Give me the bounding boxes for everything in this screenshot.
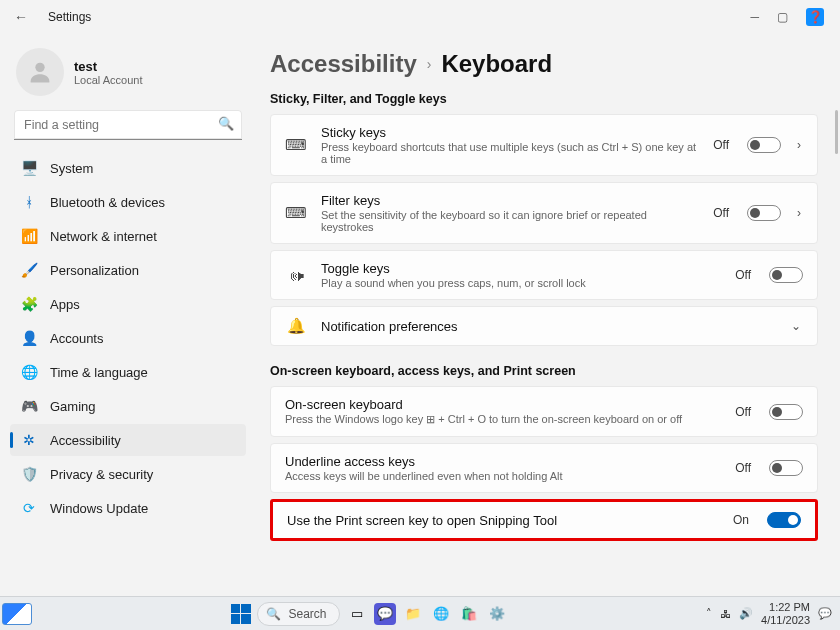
nav-list: 🖥️System ᚼBluetooth & devices 📶Network &…: [10, 152, 246, 524]
sticky-toggle[interactable]: [747, 137, 781, 153]
taskbar-search[interactable]: 🔍Search: [257, 602, 340, 626]
account-name: test: [74, 59, 143, 74]
breadcrumb: Accessibility › Keyboard: [270, 44, 818, 84]
svg-point-0: [35, 63, 44, 72]
chat-icon[interactable]: 💬: [374, 603, 396, 625]
account-block[interactable]: test Local Account: [10, 44, 246, 110]
volume-tray-icon[interactable]: 🔊: [739, 607, 753, 620]
togglekeys-toggle[interactable]: [769, 267, 803, 283]
taskbar-clock[interactable]: 1:22 PM 4/11/2023: [761, 601, 810, 625]
scrollbar-thumb[interactable]: [835, 110, 838, 154]
account-type: Local Account: [74, 74, 143, 86]
nav-accessibility[interactable]: ✲Accessibility: [10, 424, 246, 456]
breadcrumb-parent[interactable]: Accessibility: [270, 50, 417, 78]
tray-chevron-icon[interactable]: ˄: [706, 607, 712, 620]
filter-toggle[interactable]: [747, 205, 781, 221]
chevron-down-icon[interactable]: ⌄: [789, 319, 803, 333]
store-icon[interactable]: 🛍️: [458, 603, 480, 625]
nav-network[interactable]: 📶Network & internet: [10, 220, 246, 252]
section-heading-1: Sticky, Filter, and Toggle keys: [270, 92, 818, 106]
sticky-state: Off: [713, 138, 729, 152]
bell-icon: 🔔: [285, 317, 307, 335]
nav-time[interactable]: 🌐Time & language: [10, 356, 246, 388]
update-icon: ⟳: [20, 499, 38, 517]
row-notification-prefs[interactable]: 🔔 Notification preferences ⌄: [270, 306, 818, 346]
keyboard-icon: ⌨: [285, 204, 307, 222]
page-title: Keyboard: [441, 50, 552, 78]
globe-icon: 🌐: [20, 363, 38, 381]
nav-apps[interactable]: 🧩Apps: [10, 288, 246, 320]
nav-personalization[interactable]: 🖌️Personalization: [10, 254, 246, 286]
search-icon: 🔍: [266, 607, 281, 621]
prt-toggle[interactable]: [767, 512, 801, 528]
back-button[interactable]: ←: [8, 9, 34, 25]
prt-state: On: [733, 513, 749, 527]
nav-privacy[interactable]: 🛡️Privacy & security: [10, 458, 246, 490]
sound-icon: 🕪: [285, 267, 307, 284]
taskbar: 🔍Search ▭ 💬 📁 🌐 🛍️ ⚙️ ˄ 🖧 🔊 1:22 PM 4/11…: [0, 596, 840, 630]
search-box[interactable]: 🔍: [14, 110, 242, 140]
uak-toggle[interactable]: [769, 460, 803, 476]
accessibility-icon: ✲: [20, 431, 38, 449]
avatar: [16, 48, 64, 96]
row-underline-access-keys[interactable]: Underline access keys Access keys will b…: [270, 443, 818, 493]
chevron-right-icon: ›: [427, 56, 432, 72]
sidebar: test Local Account 🔍 🖥️System ᚼBluetooth…: [0, 34, 252, 596]
osk-toggle[interactable]: [769, 404, 803, 420]
chevron-right-icon[interactable]: ›: [795, 138, 803, 152]
network-tray-icon[interactable]: 🖧: [720, 608, 731, 620]
bluetooth-icon: ᚼ: [20, 193, 38, 211]
row-filter-keys[interactable]: ⌨ Filter keys Set the sensitivity of the…: [270, 182, 818, 244]
uak-state: Off: [735, 461, 751, 475]
row-sticky-keys[interactable]: ⌨ Sticky keys Press keyboard shortcuts t…: [270, 114, 818, 176]
edge-icon[interactable]: 🌐: [430, 603, 452, 625]
explorer-icon[interactable]: 📁: [402, 603, 424, 625]
search-input[interactable]: [14, 110, 242, 140]
start-button[interactable]: [231, 604, 251, 624]
row-osk[interactable]: On-screen keyboard Press the Windows log…: [270, 386, 818, 437]
brush-icon: 🖌️: [20, 261, 38, 279]
nav-system[interactable]: 🖥️System: [10, 152, 246, 184]
nav-gaming[interactable]: 🎮Gaming: [10, 390, 246, 422]
keyboard-icon: ⌨: [285, 136, 307, 154]
section-heading-2: On-screen keyboard, access keys, and Pri…: [270, 364, 818, 378]
settings-taskbar-icon[interactable]: ⚙️: [486, 603, 508, 625]
filter-state: Off: [713, 206, 729, 220]
task-view-icon[interactable]: ▭: [346, 603, 368, 625]
person-icon: 👤: [20, 329, 38, 347]
nav-accounts[interactable]: 👤Accounts: [10, 322, 246, 354]
shield-icon: 🛡️: [20, 465, 38, 483]
nav-update[interactable]: ⟳Windows Update: [10, 492, 246, 524]
toggle-state: Off: [735, 268, 751, 282]
apps-icon: 🧩: [20, 295, 38, 313]
search-icon: 🔍: [218, 116, 234, 131]
maximize-button[interactable]: ▢: [777, 10, 788, 24]
window-title: Settings: [48, 10, 91, 24]
minimize-button[interactable]: ─: [750, 10, 759, 24]
wifi-icon: 📶: [20, 227, 38, 245]
row-toggle-keys[interactable]: 🕪 Toggle keys Play a sound when you pres…: [270, 250, 818, 300]
display-icon: 🖥️: [20, 159, 38, 177]
row-print-screen-snipping[interactable]: Use the Print screen key to open Snippin…: [270, 499, 818, 541]
chevron-right-icon[interactable]: ›: [795, 206, 803, 220]
nav-bluetooth[interactable]: ᚼBluetooth & devices: [10, 186, 246, 218]
osk-state: Off: [735, 405, 751, 419]
gamepad-icon: 🎮: [20, 397, 38, 415]
system-tray[interactable]: ˄ 🖧 🔊 1:22 PM 4/11/2023 💬: [706, 601, 840, 625]
widgets-button[interactable]: [2, 603, 32, 625]
main-pane: Accessibility › Keyboard Sticky, Filter,…: [252, 34, 840, 596]
window-titlebar: ← Settings ─ ▢ ❓: [0, 0, 840, 34]
help-icon[interactable]: ❓: [806, 8, 824, 26]
notifications-tray-icon[interactable]: 💬: [818, 607, 832, 620]
